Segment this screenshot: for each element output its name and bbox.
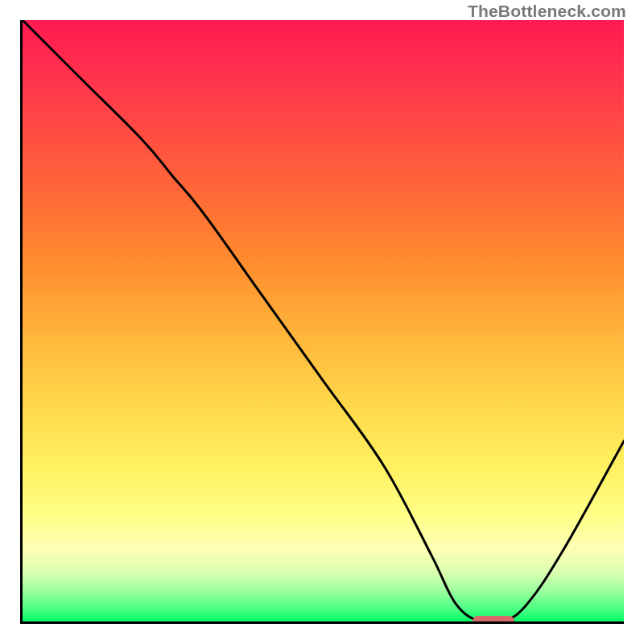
- bottleneck-curve-path: [23, 20, 624, 621]
- curve-svg: [23, 20, 624, 621]
- watermark-label: TheBottleneck.com: [468, 2, 626, 21]
- plot-area: [20, 20, 624, 624]
- chart-container: TheBottleneck.com: [0, 0, 644, 644]
- optimum-marker: [473, 616, 515, 624]
